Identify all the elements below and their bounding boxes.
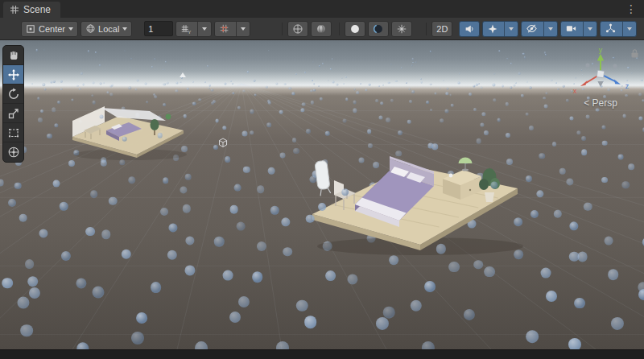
particle (638, 289, 644, 300)
particle (551, 80, 553, 82)
rotation-mode-button[interactable]: Local (80, 21, 132, 37)
effects-dropdown[interactable] (504, 22, 514, 36)
particle (506, 58, 508, 60)
particle (530, 210, 539, 218)
particle (412, 62, 414, 64)
particle (80, 72, 82, 74)
lighting-button[interactable] (345, 21, 365, 37)
particle (250, 130, 254, 135)
bedroom-model-large[interactable] (299, 153, 525, 256)
projection-toggle[interactable]: < Persp (568, 97, 633, 109)
light-sphere-icon (349, 23, 361, 35)
particle (131, 332, 144, 345)
particle (319, 65, 320, 67)
night-mode-button[interactable] (368, 21, 389, 37)
particle (29, 287, 40, 299)
tab-scene[interactable]: Scene (3, 2, 60, 18)
audio-button[interactable] (459, 21, 480, 37)
tool-transform[interactable] (3, 142, 23, 162)
particle (324, 130, 330, 136)
draw-mode-button[interactable] (287, 21, 308, 37)
particle (426, 101, 429, 104)
particle (19, 213, 27, 222)
particle (445, 109, 449, 113)
particle (367, 129, 372, 134)
tab-scene-label: Scene (23, 4, 51, 15)
particle (39, 229, 48, 237)
particle (430, 109, 433, 112)
particle (136, 312, 147, 324)
particle (407, 120, 411, 124)
tool-scale[interactable] (3, 104, 23, 123)
particle (99, 83, 101, 85)
particle (420, 81, 423, 84)
particle (411, 58, 414, 60)
camera-button[interactable] (560, 21, 597, 37)
axis-neg-y-handle[interactable] (597, 81, 603, 87)
visibility-button[interactable] (521, 21, 558, 37)
particle (409, 100, 412, 103)
grid-visibility-dropdown[interactable] (197, 22, 207, 36)
effects-button[interactable] (482, 21, 518, 37)
globe-icon (85, 23, 96, 34)
particle (213, 100, 216, 103)
shaded-mode-button[interactable] (311, 21, 332, 37)
grid-visibility-button[interactable]: Y (175, 21, 212, 37)
particle (429, 50, 431, 52)
particle (328, 80, 328, 80)
status-bar (0, 349, 644, 359)
gizmos-dropdown[interactable] (622, 22, 632, 36)
particle (521, 94, 524, 97)
particle (268, 101, 271, 104)
particle (481, 86, 483, 89)
particle (353, 89, 356, 91)
particle (380, 101, 383, 105)
snap-increment-dropdown[interactable] (236, 22, 246, 36)
axis-center-cube[interactable] (597, 70, 604, 77)
grid-size-input[interactable] (144, 21, 173, 36)
dropdown-caret-icon (548, 27, 553, 31)
particle (291, 93, 294, 95)
camera-dropdown[interactable] (583, 22, 592, 36)
axis-neg-z-handle[interactable] (585, 63, 589, 67)
particle (242, 130, 248, 136)
gizmos-tripod-icon (605, 23, 617, 35)
particle (446, 88, 448, 90)
particle (215, 119, 219, 123)
gizmos-button[interactable] (600, 21, 637, 37)
particle (411, 65, 412, 66)
tool-view[interactable] (3, 46, 23, 65)
particle (536, 190, 543, 197)
shaded-sphere-icon (316, 23, 327, 35)
bedroom-model-small[interactable] (64, 98, 193, 166)
axis-neg-x-handle[interactable] (613, 64, 617, 68)
particle-marker-icon (180, 72, 186, 77)
particle (163, 178, 169, 184)
tool-rotate[interactable] (3, 85, 23, 104)
particle (76, 342, 89, 349)
particle (336, 84, 339, 86)
visibility-dropdown[interactable] (543, 22, 553, 36)
particle (295, 73, 297, 75)
rotation-mode-label: Local (98, 24, 119, 34)
particle (122, 250, 131, 259)
2d-toggle-button[interactable]: 2D (431, 21, 452, 37)
tab-options-button[interactable]: ⋮ (618, 2, 644, 18)
particle (168, 224, 177, 233)
particle (44, 49, 45, 50)
scene-viewport[interactable]: y x z < Persp (0, 40, 644, 349)
tool-move[interactable] (3, 65, 23, 85)
particle (586, 114, 590, 118)
snap-increment-button[interactable] (214, 21, 250, 37)
gizmo-lock-icon[interactable] (630, 48, 639, 59)
dropdown-caret-icon (202, 27, 207, 31)
axis-gizmo[interactable]: y x z (568, 47, 633, 97)
particle (345, 97, 349, 101)
pivot-mode-button[interactable]: Center (21, 21, 78, 37)
particle (541, 267, 551, 278)
tool-rect[interactable] (3, 123, 23, 142)
particle (296, 300, 308, 312)
particle (375, 99, 378, 102)
flare-button[interactable] (391, 21, 412, 37)
particle (91, 94, 93, 97)
